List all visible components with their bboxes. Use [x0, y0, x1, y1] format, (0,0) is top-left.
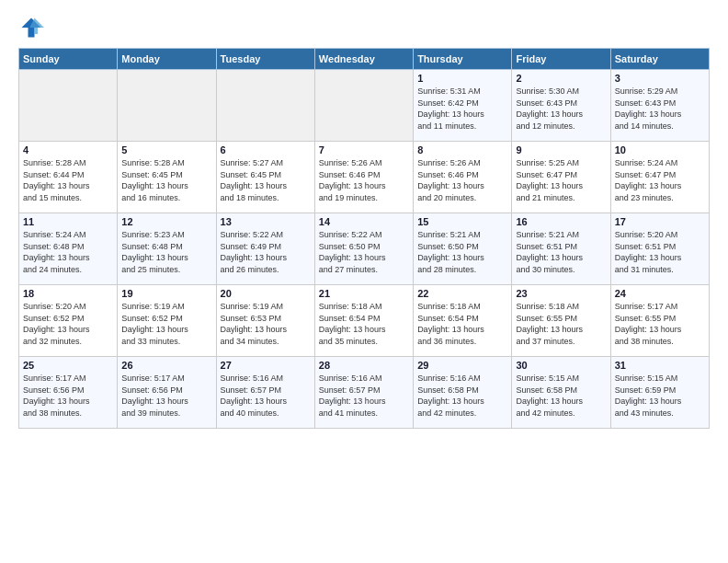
calendar-cell: 18Sunrise: 5:20 AM Sunset: 6:52 PM Dayli…	[19, 285, 118, 357]
day-info: Sunrise: 5:20 AM Sunset: 6:51 PM Dayligh…	[615, 229, 705, 275]
calendar-cell: 7Sunrise: 5:26 AM Sunset: 6:46 PM Daylig…	[314, 142, 413, 213]
day-number: 17	[615, 216, 705, 227]
day-number: 13	[221, 216, 311, 227]
day-info: Sunrise: 5:21 AM Sunset: 6:51 PM Dayligh…	[516, 229, 606, 275]
day-number: 27	[221, 360, 311, 371]
calendar-cell: 31Sunrise: 5:15 AM Sunset: 6:59 PM Dayli…	[610, 357, 709, 429]
calendar-cell: 26Sunrise: 5:17 AM Sunset: 6:56 PM Dayli…	[118, 357, 216, 429]
calendar-cell: 11Sunrise: 5:24 AM Sunset: 6:48 PM Dayli…	[19, 213, 118, 285]
weekday-header-friday: Friday	[512, 49, 610, 70]
day-info: Sunrise: 5:26 AM Sunset: 6:46 PM Dayligh…	[319, 157, 409, 203]
day-number: 28	[319, 360, 409, 371]
day-number: 22	[417, 288, 507, 299]
calendar-cell: 23Sunrise: 5:18 AM Sunset: 6:55 PM Dayli…	[512, 285, 610, 357]
day-info: Sunrise: 5:20 AM Sunset: 6:52 PM Dayligh…	[23, 301, 113, 347]
day-number: 26	[121, 360, 211, 371]
day-number: 14	[319, 216, 409, 227]
logo	[18, 15, 48, 40]
day-info: Sunrise: 5:29 AM Sunset: 6:43 PM Dayligh…	[615, 86, 705, 132]
calendar-cell	[19, 70, 118, 142]
page: SundayMondayTuesdayWednesdayThursdayFrid…	[0, 0, 728, 563]
calendar-cell: 15Sunrise: 5:21 AM Sunset: 6:50 PM Dayli…	[414, 213, 512, 285]
day-info: Sunrise: 5:18 AM Sunset: 6:54 PM Dayligh…	[319, 301, 409, 347]
day-number: 24	[615, 288, 705, 299]
day-number: 30	[516, 360, 606, 371]
calendar-cell: 29Sunrise: 5:16 AM Sunset: 6:58 PM Dayli…	[414, 357, 512, 429]
weekday-header-monday: Monday	[118, 49, 216, 70]
day-number: 18	[23, 288, 113, 299]
calendar-cell: 3Sunrise: 5:29 AM Sunset: 6:43 PM Daylig…	[610, 70, 709, 142]
day-number: 16	[516, 216, 606, 227]
calendar-cell: 17Sunrise: 5:20 AM Sunset: 6:51 PM Dayli…	[610, 213, 709, 285]
calendar-week-2: 4Sunrise: 5:28 AM Sunset: 6:44 PM Daylig…	[19, 142, 710, 213]
day-number: 20	[221, 288, 311, 299]
day-number: 4	[23, 144, 113, 155]
day-number: 10	[615, 144, 705, 155]
day-info: Sunrise: 5:26 AM Sunset: 6:46 PM Dayligh…	[417, 157, 507, 203]
weekday-header-thursday: Thursday	[414, 49, 512, 70]
calendar-cell: 24Sunrise: 5:17 AM Sunset: 6:55 PM Dayli…	[610, 285, 709, 357]
day-number: 15	[417, 216, 507, 227]
day-info: Sunrise: 5:18 AM Sunset: 6:54 PM Dayligh…	[417, 301, 507, 347]
calendar-week-1: 1Sunrise: 5:31 AM Sunset: 6:42 PM Daylig…	[19, 70, 710, 142]
calendar-cell: 12Sunrise: 5:23 AM Sunset: 6:48 PM Dayli…	[118, 213, 216, 285]
day-info: Sunrise: 5:15 AM Sunset: 6:58 PM Dayligh…	[516, 373, 606, 419]
calendar-cell: 2Sunrise: 5:30 AM Sunset: 6:43 PM Daylig…	[512, 70, 610, 142]
day-info: Sunrise: 5:18 AM Sunset: 6:55 PM Dayligh…	[516, 301, 606, 347]
day-info: Sunrise: 5:17 AM Sunset: 6:56 PM Dayligh…	[23, 373, 113, 419]
day-number: 12	[121, 216, 211, 227]
calendar-cell	[118, 70, 216, 142]
calendar-cell: 27Sunrise: 5:16 AM Sunset: 6:57 PM Dayli…	[216, 357, 314, 429]
day-info: Sunrise: 5:30 AM Sunset: 6:43 PM Dayligh…	[516, 86, 606, 132]
day-number: 23	[516, 288, 606, 299]
calendar-cell: 1Sunrise: 5:31 AM Sunset: 6:42 PM Daylig…	[414, 70, 512, 142]
calendar-cell: 4Sunrise: 5:28 AM Sunset: 6:44 PM Daylig…	[19, 142, 118, 213]
day-info: Sunrise: 5:28 AM Sunset: 6:44 PM Dayligh…	[23, 157, 113, 203]
day-info: Sunrise: 5:19 AM Sunset: 6:53 PM Dayligh…	[221, 301, 311, 347]
day-number: 7	[319, 144, 409, 155]
day-info: Sunrise: 5:19 AM Sunset: 6:52 PM Dayligh…	[121, 301, 211, 347]
day-number: 31	[615, 360, 705, 371]
logo-icon	[18, 15, 44, 40]
calendar-week-5: 25Sunrise: 5:17 AM Sunset: 6:56 PM Dayli…	[19, 357, 710, 429]
weekday-header-sunday: Sunday	[19, 49, 118, 70]
day-info: Sunrise: 5:25 AM Sunset: 6:47 PM Dayligh…	[516, 157, 606, 203]
calendar-cell: 9Sunrise: 5:25 AM Sunset: 6:47 PM Daylig…	[512, 142, 610, 213]
calendar-week-3: 11Sunrise: 5:24 AM Sunset: 6:48 PM Dayli…	[19, 213, 710, 285]
calendar-cell: 10Sunrise: 5:24 AM Sunset: 6:47 PM Dayli…	[610, 142, 709, 213]
calendar-header: SundayMondayTuesdayWednesdayThursdayFrid…	[19, 49, 710, 70]
calendar-cell: 28Sunrise: 5:16 AM Sunset: 6:57 PM Dayli…	[314, 357, 413, 429]
day-info: Sunrise: 5:22 AM Sunset: 6:49 PM Dayligh…	[221, 229, 311, 275]
day-info: Sunrise: 5:28 AM Sunset: 6:45 PM Dayligh…	[121, 157, 211, 203]
day-number: 25	[23, 360, 113, 371]
day-info: Sunrise: 5:15 AM Sunset: 6:59 PM Dayligh…	[615, 373, 705, 419]
calendar-body: 1Sunrise: 5:31 AM Sunset: 6:42 PM Daylig…	[19, 70, 710, 429]
day-number: 9	[516, 144, 606, 155]
day-number: 2	[516, 73, 606, 84]
calendar-cell: 20Sunrise: 5:19 AM Sunset: 6:53 PM Dayli…	[216, 285, 314, 357]
day-number: 3	[615, 73, 705, 84]
day-number: 1	[417, 73, 507, 84]
weekday-header-tuesday: Tuesday	[216, 49, 314, 70]
day-number: 19	[121, 288, 211, 299]
calendar-cell: 14Sunrise: 5:22 AM Sunset: 6:50 PM Dayli…	[314, 213, 413, 285]
calendar-cell: 13Sunrise: 5:22 AM Sunset: 6:49 PM Dayli…	[216, 213, 314, 285]
day-info: Sunrise: 5:24 AM Sunset: 6:47 PM Dayligh…	[615, 157, 705, 203]
calendar-cell: 16Sunrise: 5:21 AM Sunset: 6:51 PM Dayli…	[512, 213, 610, 285]
calendar-cell: 19Sunrise: 5:19 AM Sunset: 6:52 PM Dayli…	[118, 285, 216, 357]
day-info: Sunrise: 5:16 AM Sunset: 6:57 PM Dayligh…	[221, 373, 311, 419]
calendar-cell: 6Sunrise: 5:27 AM Sunset: 6:45 PM Daylig…	[216, 142, 314, 213]
weekday-header-wednesday: Wednesday	[314, 49, 413, 70]
day-number: 21	[319, 288, 409, 299]
calendar-cell: 22Sunrise: 5:18 AM Sunset: 6:54 PM Dayli…	[414, 285, 512, 357]
calendar-cell	[216, 70, 314, 142]
day-number: 5	[121, 144, 211, 155]
calendar-cell: 8Sunrise: 5:26 AM Sunset: 6:46 PM Daylig…	[414, 142, 512, 213]
day-info: Sunrise: 5:16 AM Sunset: 6:57 PM Dayligh…	[319, 373, 409, 419]
calendar-week-4: 18Sunrise: 5:20 AM Sunset: 6:52 PM Dayli…	[19, 285, 710, 357]
day-info: Sunrise: 5:22 AM Sunset: 6:50 PM Dayligh…	[319, 229, 409, 275]
calendar-cell	[314, 70, 413, 142]
weekday-row: SundayMondayTuesdayWednesdayThursdayFrid…	[19, 49, 710, 70]
day-info: Sunrise: 5:27 AM Sunset: 6:45 PM Dayligh…	[221, 157, 311, 203]
day-number: 29	[417, 360, 507, 371]
